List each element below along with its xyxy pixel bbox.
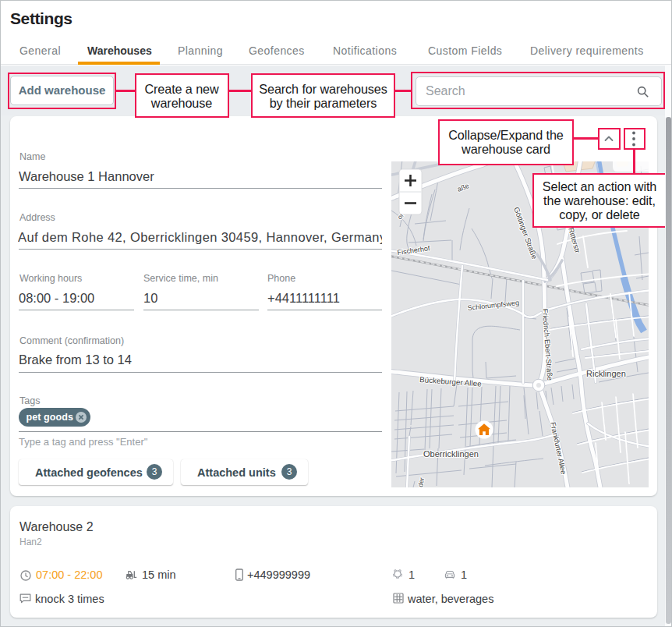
svg-text:Ricklingen: Ricklingen — [586, 369, 626, 378]
svg-text:Oberricklingen: Oberricklingen — [423, 449, 479, 459]
svg-text:der: der — [416, 476, 426, 487]
